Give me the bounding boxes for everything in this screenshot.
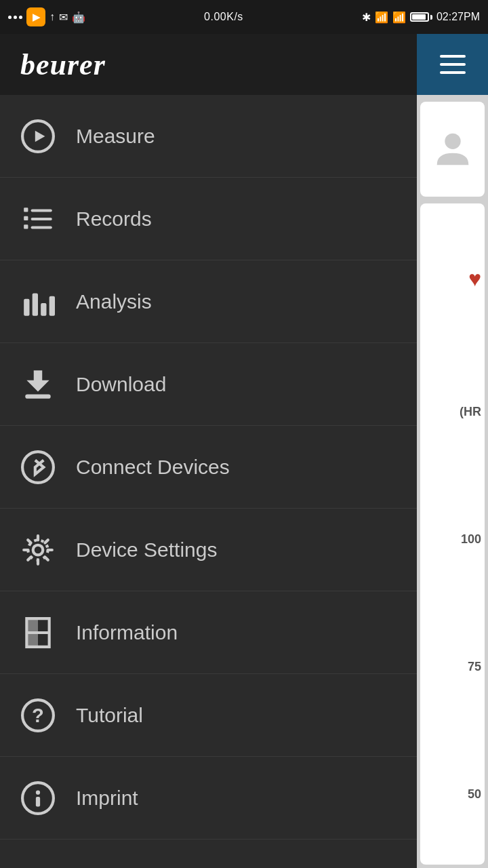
- bar-chart-icon: [19, 283, 57, 321]
- right-header-panel: [417, 34, 488, 95]
- right-card-profile: [420, 102, 485, 197]
- chart-value-100: 100: [461, 532, 481, 547]
- game-icon: ▶: [26, 7, 45, 26]
- measure-label: Measure: [76, 125, 155, 148]
- upload-icon: ↑: [49, 11, 55, 23]
- analysis-label: Analysis: [76, 290, 152, 313]
- book-icon: [19, 614, 57, 652]
- tutorial-label: Tutorial: [76, 704, 143, 727]
- hamburger-line-2: [440, 63, 466, 66]
- status-right: ✱ 📶 📶 02:27PM: [362, 11, 480, 24]
- app-logo: beurer: [20, 47, 106, 82]
- gear-icon: [19, 531, 57, 569]
- chart-value-hr: (HR: [460, 405, 481, 419]
- connect-devices-label: Connect Devices: [76, 456, 230, 479]
- sidebar-item-analysis[interactable]: Analysis: [0, 260, 417, 343]
- nav-list: Measure Records: [0, 95, 417, 868]
- heart-icon: ♥: [468, 267, 481, 292]
- status-bar: ▶ ↑ ✉ 🤖 0.00K/s ✱ 📶 📶 02:27PM: [0, 0, 488, 34]
- svg-point-21: [36, 790, 40, 794]
- svg-rect-8: [24, 298, 29, 315]
- svg-rect-6: [24, 224, 28, 229]
- main-layout: beurer Measure: [0, 34, 488, 868]
- svg-rect-13: [25, 394, 51, 398]
- sidebar-item-tutorial[interactable]: ? Tutorial: [0, 674, 417, 757]
- info-circle-icon: [19, 779, 57, 817]
- svg-rect-11: [49, 296, 55, 315]
- sidebar-header: beurer: [0, 34, 417, 95]
- sidebar-item-information[interactable]: Information: [0, 591, 417, 674]
- play-circle-icon: [19, 117, 57, 155]
- right-panel: ♥ (HR 100 75 50: [417, 34, 488, 868]
- sidebar-item-imprint[interactable]: Imprint: [0, 757, 417, 840]
- download-label: Download: [76, 373, 166, 396]
- sidebar-item-device-settings[interactable]: Device Settings: [0, 509, 417, 591]
- chart-value-75: 75: [468, 660, 481, 674]
- svg-marker-12: [26, 370, 49, 391]
- records-label: Records: [76, 208, 152, 231]
- download-icon: [19, 366, 57, 403]
- wifi-icon: 📶: [375, 11, 388, 24]
- question-circle-icon: ?: [19, 696, 57, 734]
- imprint-label: Imprint: [76, 787, 138, 810]
- sidebar-item-connect-devices[interactable]: Connect Devices: [0, 426, 417, 509]
- signal-dots: [8, 16, 22, 19]
- battery-icon: [410, 12, 432, 22]
- svg-rect-4: [24, 216, 28, 220]
- status-left: ▶ ↑ ✉ 🤖: [8, 7, 85, 26]
- right-card-chart: ♥ (HR 100 75 50: [420, 203, 485, 865]
- hamburger-menu[interactable]: [440, 55, 466, 74]
- svg-marker-1: [35, 130, 45, 142]
- svg-rect-9: [33, 293, 38, 315]
- svg-point-14: [22, 452, 54, 483]
- list-icon: [19, 200, 57, 238]
- bluetooth-icon: [19, 448, 57, 486]
- device-settings-label: Device Settings: [76, 538, 217, 561]
- sidebar-item-download[interactable]: Download: [0, 343, 417, 426]
- svg-point-16: [33, 545, 43, 555]
- hamburger-line-1: [440, 55, 466, 58]
- bluetooth-status-icon: ✱: [362, 11, 371, 24]
- hamburger-line-3: [440, 71, 466, 74]
- network-speed: 0.00K/s: [204, 11, 243, 23]
- robot-icon: 🤖: [72, 11, 85, 24]
- svg-rect-5: [31, 217, 52, 220]
- svg-rect-3: [31, 209, 52, 212]
- mail-icon: ✉: [59, 11, 68, 24]
- svg-text:?: ?: [32, 705, 44, 726]
- svg-rect-10: [41, 303, 46, 316]
- svg-rect-7: [31, 226, 52, 229]
- sidebar-item-measure[interactable]: Measure: [0, 95, 417, 178]
- information-label: Information: [76, 621, 178, 644]
- sidebar: beurer Measure: [0, 34, 417, 868]
- chart-value-50: 50: [468, 787, 481, 802]
- sidebar-item-records[interactable]: Records: [0, 178, 417, 260]
- signal-bars-icon: 📶: [392, 11, 406, 24]
- svg-rect-2: [24, 208, 28, 212]
- svg-point-23: [445, 134, 460, 149]
- time-display: 02:27PM: [436, 11, 480, 23]
- svg-rect-22: [36, 796, 40, 806]
